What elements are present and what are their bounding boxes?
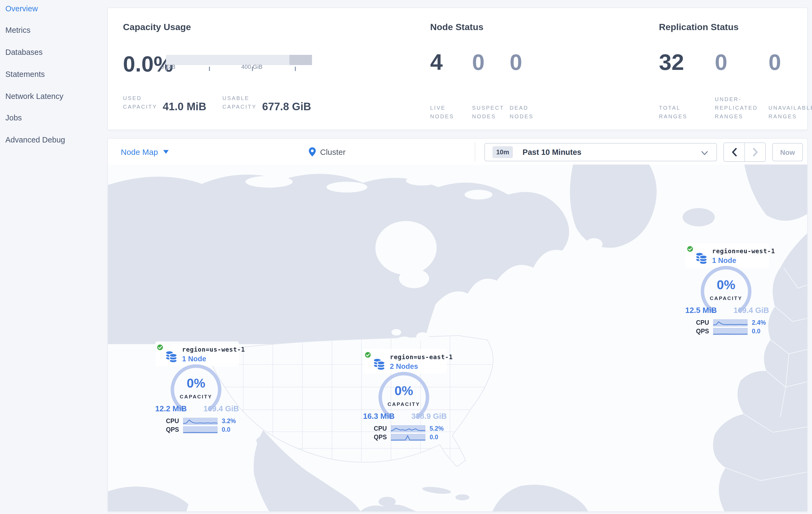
total-ranges-label: TOTAL RANGES — [659, 104, 690, 121]
view-selector-label: Node Map — [121, 147, 158, 156]
database-stack-icon — [373, 357, 385, 372]
total-ranges-value: 32 — [659, 51, 684, 74]
node-status-panel: Node Status 4 0 0 LIVE NODES SUSPECT NOD… — [430, 8, 591, 130]
healthy-check-icon — [156, 344, 164, 351]
used-capacity-label: USED CAPACITY — [123, 94, 158, 111]
capacity-metrics: USED CAPACITY 41.0 MiB USABLE CAPACITY 6… — [123, 94, 311, 111]
gauge-percent: 0% — [699, 277, 753, 293]
cluster-summary-card: Capacity Usage 0.0% 0 GiB 400 GiB USED C… — [108, 7, 808, 130]
qps-label: QPS — [374, 434, 391, 440]
usable-capacity-value: 677.8 GiB — [262, 101, 311, 113]
location-pin-icon — [309, 147, 316, 156]
map-toolbar: Node Map Cluster 10m Past 10 Minutes — [108, 139, 807, 165]
sidebar-nav: Overview Metrics Databases Statements Ne… — [0, 0, 108, 514]
cpu-label: CPU — [696, 319, 713, 326]
cpu-sparkline — [183, 417, 218, 425]
capacity-axis-label-400: 400 GiB — [241, 63, 263, 70]
under-replicated-ranges-value: 0 — [715, 51, 727, 74]
time-pager — [723, 142, 766, 162]
cpu-label: CPU — [166, 418, 183, 424]
qps-value: 0.0 — [752, 328, 760, 334]
chevron-left-icon — [731, 148, 737, 157]
used-capacity-value: 41.0 MiB — [163, 101, 206, 113]
qps-sparkline — [713, 328, 748, 335]
sidebar-item-advanced-debug[interactable]: Advanced Debug — [5, 135, 65, 146]
capacity-usage-panel: Capacity Usage 0.0% 0 GiB 400 GiB USED C… — [123, 8, 327, 130]
healthy-check-icon — [686, 245, 694, 253]
suspect-nodes-label: SUSPECT NODES — [472, 104, 508, 121]
database-stack-icon — [695, 251, 708, 266]
qps-value: 0.0 — [430, 434, 438, 440]
region-node-count[interactable]: 1 Node — [712, 256, 775, 265]
database-stack-icon — [165, 350, 178, 364]
capacity-axis-ticks — [166, 65, 312, 72]
region-marker-us-west-1[interactable]: region=us-west-1 1 Node 0% CAPACITY 12.2… — [152, 345, 240, 437]
view-selector-dropdown[interactable]: Node Map — [118, 139, 172, 164]
chevron-down-icon — [701, 151, 708, 155]
region-name: region=us-west-1 — [182, 345, 245, 354]
region-marker-eu-west-1[interactable]: region=eu-west-1 1 Node 0% CAPACITY 12.5… — [682, 246, 770, 339]
region-node-count[interactable]: 2 Nodes — [390, 362, 453, 371]
time-range-dropdown[interactable]: 10m Past 10 Minutes — [485, 143, 717, 161]
breadcrumb[interactable]: Cluster — [309, 139, 346, 164]
gauge-capacity-label: CAPACITY — [699, 295, 753, 301]
dead-nodes-label: DEAD NODES — [510, 104, 540, 121]
total-capacity: 338.9 GiB — [411, 412, 447, 421]
capacity-bar-track — [166, 55, 312, 65]
now-button[interactable]: Now — [772, 143, 803, 161]
total-capacity: 169.4 GiB — [733, 306, 769, 315]
sidebar-item-databases[interactable]: Databases — [5, 48, 43, 59]
suspect-nodes-value: 0 — [472, 51, 485, 74]
region-marker-us-east-1[interactable]: region=us-east-1 2 Nodes 0% CAPACITY 16.… — [360, 352, 448, 444]
app-viewport: Overview Metrics Databases Statements Ne… — [0, 0, 812, 514]
qps-value: 0.0 — [222, 426, 230, 433]
region-node-count[interactable]: 1 Node — [182, 354, 245, 363]
cpu-value: 3.2% — [222, 418, 236, 424]
replication-status-title: Replication Status — [659, 22, 739, 33]
used-capacity: 12.2 MiB — [155, 404, 187, 413]
cpu-value: 5.2% — [430, 425, 443, 432]
chevron-right-icon — [752, 148, 758, 157]
capacity-bar-used-segment — [289, 55, 312, 65]
qps-label: QPS — [166, 426, 183, 433]
region-name: region=eu-west-1 — [712, 247, 775, 256]
live-nodes-label: LIVE NODES — [430, 104, 458, 121]
sidebar-item-network-latency[interactable]: Network Latency — [5, 92, 63, 103]
node-map-view: region=us-west-1 1 Node 0% CAPACITY 12.2… — [108, 164, 807, 511]
unavailable-ranges-label: UNAVAILABLE RANGES — [768, 104, 812, 121]
time-range-badge: 10m — [492, 146, 513, 158]
caret-down-icon — [163, 150, 169, 154]
cpu-sparkline — [713, 319, 748, 326]
under-replicated-ranges-label: UNDER-REPLICATED RANGES — [715, 95, 764, 121]
gauge-capacity-label: CAPACITY — [377, 401, 431, 407]
total-capacity: 169.4 GiB — [204, 404, 239, 413]
cpu-label: CPU — [374, 425, 391, 432]
sidebar-item-metrics[interactable]: Metrics — [5, 26, 30, 36]
qps-sparkline — [391, 434, 425, 441]
qps-sparkline — [183, 426, 218, 433]
gauge-percent: 0% — [169, 376, 223, 391]
breadcrumb-label: Cluster — [320, 147, 346, 156]
capacity-usage-title: Capacity Usage — [123, 22, 191, 33]
toolbar-divider — [475, 142, 475, 161]
cpu-sparkline — [391, 425, 425, 432]
replication-status-panel: Replication Status 32 0 0 TOTAL RANGES U… — [659, 8, 812, 130]
gauge-percent: 0% — [377, 383, 431, 398]
used-capacity: 12.5 MiB — [685, 306, 717, 315]
sidebar-item-jobs[interactable]: Jobs — [5, 113, 22, 124]
capacity-bar-chart: 0 GiB 400 GiB — [166, 55, 312, 72]
dead-nodes-value: 0 — [510, 51, 522, 74]
healthy-check-icon — [364, 351, 372, 359]
time-next-button[interactable] — [745, 143, 765, 161]
time-prev-button[interactable] — [724, 143, 744, 161]
used-capacity: 16.3 MiB — [363, 412, 395, 421]
capacity-axis-label-0: 0 GiB — [161, 63, 175, 70]
usable-capacity-label: USABLE CAPACITY — [222, 94, 258, 111]
sidebar-item-statements[interactable]: Statements — [5, 70, 45, 81]
gauge-capacity-label: CAPACITY — [169, 394, 223, 400]
time-range-label: Past 10 Minutes — [523, 148, 581, 157]
node-map-card: Node Map Cluster 10m Past 10 Minutes — [108, 138, 808, 512]
live-nodes-value: 4 — [430, 51, 443, 74]
sidebar-item-overview[interactable]: Overview — [5, 4, 38, 15]
qps-label: QPS — [696, 328, 713, 334]
